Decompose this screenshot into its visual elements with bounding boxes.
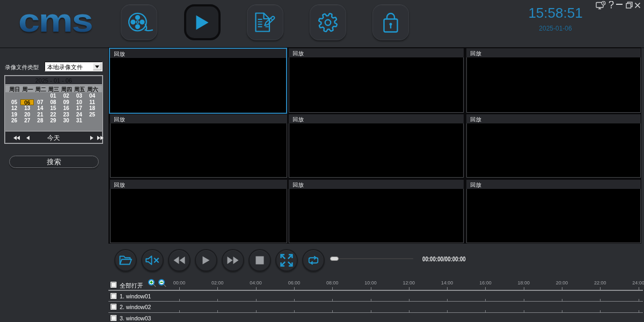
svg-text:cms: cms	[18, 8, 92, 38]
